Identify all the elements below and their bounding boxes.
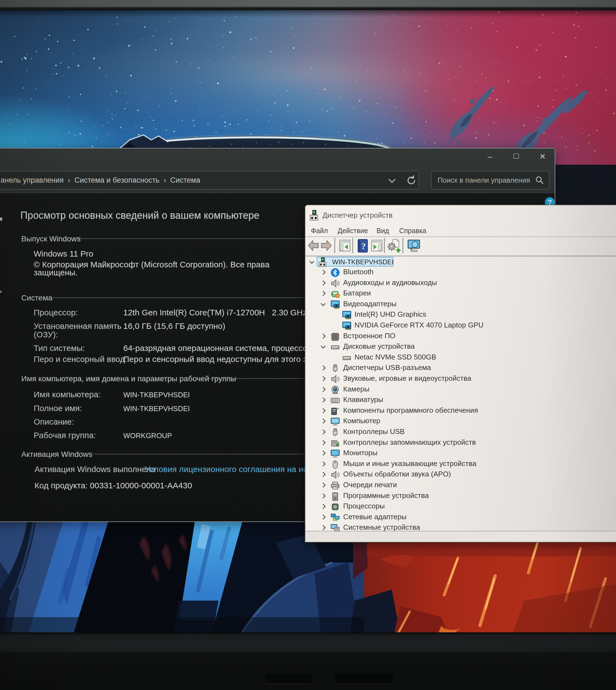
svg-text:?: ?: [361, 241, 366, 251]
